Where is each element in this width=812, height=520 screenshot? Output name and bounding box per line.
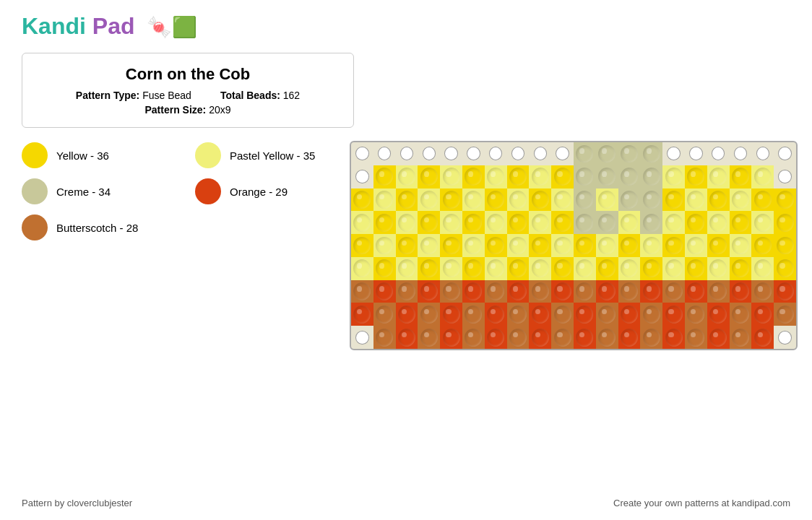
bead-filled <box>621 214 638 232</box>
bead-filled <box>398 191 415 209</box>
bead <box>485 211 507 234</box>
bead-filled <box>754 168 772 186</box>
bead <box>574 280 596 303</box>
bead-filled <box>532 259 549 277</box>
bead <box>507 188 530 212</box>
bead-filled <box>687 306 704 324</box>
bead-filled <box>621 306 638 324</box>
bead <box>440 257 462 280</box>
bead <box>596 303 618 326</box>
bead-filled <box>465 237 482 255</box>
bead-filled <box>420 237 438 255</box>
bead-filled <box>777 237 794 255</box>
bead-filled <box>443 306 460 324</box>
bead <box>373 211 396 234</box>
bead <box>596 211 618 234</box>
bead <box>551 280 574 303</box>
bead-filled <box>598 237 616 255</box>
bead <box>551 188 574 212</box>
bead-filled <box>732 237 749 255</box>
bead-hole <box>355 147 368 160</box>
bead <box>574 303 596 326</box>
bead-filled <box>687 214 704 232</box>
bead-filled <box>420 259 438 277</box>
bead <box>662 165 685 188</box>
bead-filled <box>465 214 482 232</box>
bead-filled <box>398 282 415 300</box>
bead-hole <box>734 147 747 160</box>
color-swatch-creme <box>22 178 48 204</box>
bead-filled <box>754 214 772 232</box>
bead <box>596 142 618 165</box>
bead <box>351 326 373 349</box>
bead <box>596 234 618 257</box>
bead <box>662 211 685 234</box>
bead <box>640 142 662 165</box>
bead-filled <box>576 237 593 255</box>
bead <box>373 280 396 303</box>
bead <box>618 211 641 234</box>
bead <box>551 257 574 280</box>
bead <box>662 142 685 165</box>
bead <box>551 326 574 349</box>
bead-filled <box>443 282 460 300</box>
bead <box>685 211 707 234</box>
bead-filled <box>777 214 794 232</box>
header: Kandi Pad 🍬🟩 <box>0 0 812 53</box>
color-label-pastel-yellow: Pastel Yellow - 35 <box>230 150 315 162</box>
bead-filled <box>443 191 460 209</box>
footer-credit: Pattern by cloverclubjester <box>22 498 132 508</box>
bead <box>507 280 530 303</box>
bead <box>640 326 662 349</box>
bead-hole <box>712 147 725 160</box>
bead <box>418 257 440 280</box>
bead <box>751 326 774 349</box>
pattern-beads: Total Beads: 162 <box>220 90 300 101</box>
bead-filled <box>532 306 549 324</box>
bead <box>529 211 551 234</box>
bead <box>596 280 618 303</box>
bead-filled <box>465 168 482 186</box>
bead-filled <box>487 329 504 347</box>
bead-filled <box>487 237 504 255</box>
bead <box>485 142 507 165</box>
footer: Pattern by cloverclubjester Create your … <box>22 498 790 508</box>
bead-filled <box>709 306 727 324</box>
bead <box>774 234 796 257</box>
bead-filled <box>487 191 504 209</box>
bead <box>618 234 641 257</box>
bead <box>662 280 685 303</box>
bead <box>440 142 462 165</box>
bead-filled <box>487 214 504 232</box>
bead-filled <box>643 306 660 324</box>
bead-filled <box>598 306 616 324</box>
bead-filled <box>398 214 415 232</box>
bead-filled <box>643 237 660 255</box>
bead <box>551 234 574 257</box>
bead <box>574 165 596 188</box>
bead-filled <box>554 168 571 186</box>
bead-filled <box>398 168 415 186</box>
pattern-info-box: Corn on the Cob Pattern Type: Fuse Bead … <box>22 53 354 128</box>
bead-filled <box>598 329 616 347</box>
bead-filled <box>709 237 727 255</box>
bead <box>574 188 596 212</box>
bead <box>685 257 707 280</box>
bead <box>396 280 418 303</box>
bead <box>751 234 774 257</box>
bead-filled <box>732 282 749 300</box>
bead-filled <box>643 282 660 300</box>
bead <box>618 165 641 188</box>
bead-filled <box>420 306 438 324</box>
bead-filled <box>398 329 415 347</box>
bead-filled <box>353 282 371 300</box>
bead-filled <box>777 282 794 300</box>
bead-filled <box>777 306 794 324</box>
bead <box>485 326 507 349</box>
bead-filled <box>777 259 794 277</box>
bead <box>396 188 418 212</box>
bead <box>351 257 373 280</box>
bead-filled <box>398 306 415 324</box>
bead-filled <box>665 168 683 186</box>
bead-hole <box>511 147 524 160</box>
